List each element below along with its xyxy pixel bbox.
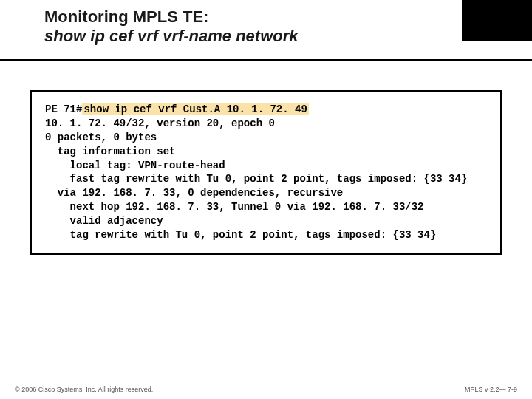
- terminal-command-highlight: show ip cef vrf Cust.A 10. 1. 72. 49: [82, 103, 308, 115]
- terminal-output-line: tag information set: [45, 145, 490, 159]
- terminal-output-line: next hop 192. 168. 7. 33, Tunnel 0 via 1…: [45, 200, 490, 214]
- slide: Monitoring MPLS TE: show ip cef vrf vrf-…: [0, 0, 532, 399]
- slide-body: PE 71#show ip cef vrf Cust.A 10. 1. 72. …: [0, 61, 532, 255]
- title-line-1: Monitoring MPLS TE:: [44, 7, 532, 27]
- terminal-output-box: PE 71#show ip cef vrf Cust.A 10. 1. 72. …: [30, 90, 502, 255]
- terminal-output-line: local tag: VPN-route-head: [45, 159, 490, 173]
- terminal-output-line: via 192. 168. 7. 33, 0 dependencies, rec…: [45, 186, 490, 200]
- footer-page-ref: MPLS v 2.2— 7-9: [465, 386, 517, 393]
- slide-header: Monitoring MPLS TE: show ip cef vrf vrf-…: [0, 0, 532, 59]
- terminal-command-line: PE 71#show ip cef vrf Cust.A 10. 1. 72. …: [45, 103, 490, 117]
- terminal-output-line: 10. 1. 72. 49/32, version 20, epoch 0: [45, 117, 490, 131]
- corner-decoration: [462, 0, 532, 41]
- terminal-output-line: fast tag rewrite with Tu 0, point 2 poin…: [45, 172, 490, 186]
- footer-copyright: © 2006 Cisco Systems, Inc. All rights re…: [15, 386, 153, 393]
- title-line-2: show ip cef vrf vrf-name network: [44, 27, 532, 46]
- terminal-output-line: 0 packets, 0 bytes: [45, 131, 490, 145]
- slide-footer: © 2006 Cisco Systems, Inc. All rights re…: [0, 386, 532, 393]
- terminal-output-line: tag rewrite with Tu 0, point 2 point, ta…: [45, 228, 490, 242]
- terminal-output-line: valid adjacency: [45, 214, 490, 228]
- terminal-prompt: PE 71#: [45, 103, 82, 115]
